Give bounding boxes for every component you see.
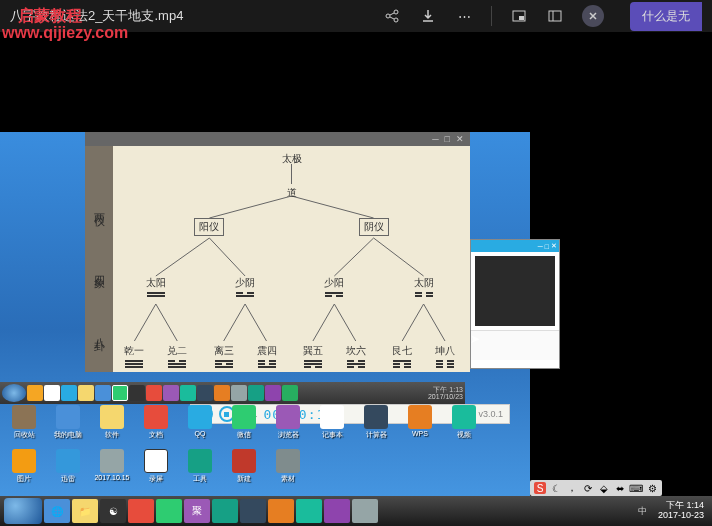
secondary-titlebar: ─ □ ✕ — [471, 240, 559, 252]
node-qian: 乾一 — [124, 344, 144, 368]
inner-tb-app-2[interactable] — [44, 385, 60, 401]
inner-tb-app-3[interactable] — [61, 385, 77, 401]
taskbar-app-7[interactable] — [212, 499, 238, 523]
inner-tb-app-5[interactable] — [95, 385, 111, 401]
tray-volume-icon[interactable]: ⬌ — [614, 482, 626, 494]
svg-line-16 — [134, 304, 155, 341]
taskbar-app-files[interactable]: 📁 — [72, 499, 98, 523]
desktop-icon[interactable]: 记事本 — [314, 405, 350, 447]
node-gen: 艮七 — [392, 344, 412, 368]
svg-line-17 — [156, 304, 177, 341]
sw-min-icon[interactable]: ─ — [538, 243, 543, 250]
desktop-icon[interactable]: 视频 — [446, 405, 482, 447]
desktop-icon[interactable]: QQ — [182, 405, 218, 447]
diagram-tree: 太极 道 阳仪 阴仪 太阳 少阴 少阳 太阴 乾一 兑二 离三 震四 巽五 坎六… — [113, 146, 470, 372]
tray-keyboard-icon[interactable]: ⌨ — [630, 482, 642, 494]
video-content: ─ □ ✕ 两仪 四象 八卦 — [0, 32, 712, 526]
desktop-icon[interactable]: 迅雷 — [50, 449, 86, 491]
close-button[interactable] — [582, 5, 604, 27]
minimize-icon[interactable]: ─ — [432, 134, 438, 144]
diagram-sidebar: 两仪 四象 八卦 — [85, 146, 113, 372]
svg-line-14 — [334, 238, 373, 276]
close-icon[interactable]: ✕ — [456, 134, 464, 144]
inner-tb-app-6[interactable] — [112, 385, 128, 401]
desktop-icon[interactable]: 2017.10.15 — [94, 449, 130, 491]
taskbar-app-10[interactable] — [296, 499, 322, 523]
taskbar-app-6[interactable]: 聚 — [184, 499, 210, 523]
sw-close-icon[interactable]: ✕ — [551, 242, 557, 250]
outer-clock[interactable]: 下午 1:14 2017-10-23 — [654, 501, 708, 521]
inner-tb-app-16[interactable] — [282, 385, 298, 401]
desktop-icon[interactable]: 图片 — [6, 449, 42, 491]
more-icon[interactable]: ⋯ — [455, 7, 473, 25]
taskbar-app-11[interactable] — [324, 499, 350, 523]
inner-tb-app-1[interactable] — [27, 385, 43, 401]
svg-point-1 — [394, 10, 398, 14]
node-dui: 兑二 — [167, 344, 187, 368]
desktop-icon[interactable]: 文档 — [138, 405, 174, 447]
taskbar-app-4[interactable] — [128, 499, 154, 523]
inner-system-tray: S ☾ ， ⟳ ⬙ ⬌ ⌨ ⚙ — [530, 480, 662, 496]
sidebar-icon[interactable] — [546, 7, 564, 25]
inner-tb-app-14[interactable] — [248, 385, 264, 401]
svg-line-21 — [334, 304, 355, 341]
desktop-icon[interactable]: 微信 — [226, 405, 262, 447]
taskbar-app-5[interactable] — [156, 499, 182, 523]
inner-tb-app-15[interactable] — [265, 385, 281, 401]
node-taiyin: 太阴 — [414, 276, 434, 297]
desktop-icon[interactable]: 我的电脑 — [50, 405, 86, 447]
sidebar-liangyi: 两仪 — [92, 205, 107, 209]
inner-tb-app-8[interactable] — [146, 385, 162, 401]
inner-tb-app-4[interactable] — [78, 385, 94, 401]
tray-sync-icon[interactable]: ⟳ — [582, 482, 594, 494]
tray-punct-icon[interactable]: ， — [566, 482, 578, 494]
tray-settings-icon[interactable]: ⚙ — [646, 482, 658, 494]
share-icon[interactable] — [383, 7, 401, 25]
inner-tb-app-11[interactable] — [197, 385, 213, 401]
node-dao: 道 — [287, 186, 297, 202]
node-taiyang: 太阳 — [146, 276, 166, 297]
desktop-icon[interactable]: 计算器 — [358, 405, 394, 447]
taskbar-app-8[interactable] — [240, 499, 266, 523]
start-button[interactable] — [4, 498, 42, 524]
inner-tb-app-13[interactable] — [231, 385, 247, 401]
diagram-body: 两仪 四象 八卦 — [85, 146, 470, 372]
download-icon[interactable] — [419, 7, 437, 25]
tree-lines — [113, 146, 470, 372]
tray-ime-icon[interactable]: 中 — [638, 505, 650, 517]
tray-network-icon[interactable]: ⬙ — [598, 482, 610, 494]
inner-tb-app-7[interactable] — [129, 385, 145, 401]
maximize-icon[interactable]: □ — [445, 134, 450, 144]
divider — [491, 6, 492, 26]
taskbar-app-yinyang[interactable]: ☯ — [100, 499, 126, 523]
svg-rect-7 — [549, 11, 561, 21]
node-kan: 坎六 — [346, 344, 366, 368]
secondary-window: ─ □ ✕ — [470, 239, 560, 369]
desktop-icon[interactable]: 素材 — [270, 449, 306, 491]
pip-icon[interactable] — [510, 7, 528, 25]
taskbar-app-9[interactable] — [268, 499, 294, 523]
desktop-icon[interactable]: 工具 — [182, 449, 218, 491]
desktop-icon[interactable]: 回收站 — [6, 405, 42, 447]
outer-taskbar: 🌐 📁 ☯ 聚 中 下午 1:14 2017-10-23 — [0, 496, 712, 526]
desktop-icon[interactable]: WPS — [402, 405, 438, 447]
right-pill-label[interactable]: 什么是无 — [630, 2, 702, 31]
sw-max-icon[interactable]: □ — [545, 243, 549, 250]
desktop-icon[interactable]: 浏览器 — [270, 405, 306, 447]
taskbar-app-12[interactable] — [352, 499, 378, 523]
desktop-icon[interactable]: 软件 — [94, 405, 130, 447]
desktop-icons-area: 回收站 我的电脑 软件 文档 QQ 微信 浏览器 记事本 计算器 WPS 视频 … — [0, 401, 530, 496]
inner-tb-app-12[interactable] — [214, 385, 230, 401]
desktop-icon[interactable]: 新建 — [226, 449, 262, 491]
node-taiji: 太极 — [282, 152, 302, 168]
inner-start-button[interactable] — [2, 384, 26, 402]
tray-moon-icon[interactable]: ☾ — [550, 482, 562, 494]
taskbar-app-browser[interactable]: 🌐 — [44, 499, 70, 523]
desktop-icon[interactable]: 录屏 — [138, 449, 174, 491]
diagram-titlebar: ─ □ ✕ — [85, 132, 470, 146]
inner-tb-app-9[interactable] — [163, 385, 179, 401]
node-yin: 阴仪 — [359, 218, 389, 238]
inner-tb-app-10[interactable] — [180, 385, 196, 401]
ime-icon[interactable]: S — [534, 482, 546, 494]
diagram-window: ─ □ ✕ 两仪 四象 八卦 — [85, 132, 470, 372]
